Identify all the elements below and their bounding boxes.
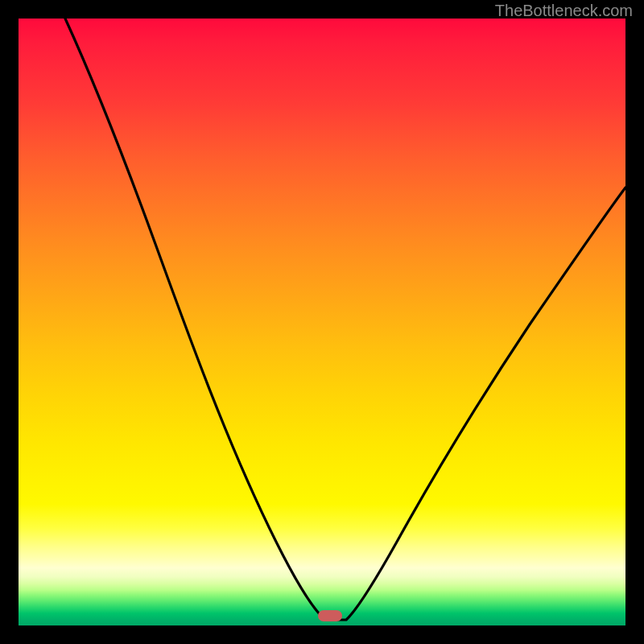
curve-path bbox=[65, 19, 625, 620]
chart-frame: TheBottleneck.com bbox=[0, 0, 644, 644]
watermark-text: TheBottleneck.com bbox=[495, 2, 633, 20]
bottleneck-curve bbox=[19, 19, 625, 625]
optimal-marker bbox=[318, 610, 342, 621]
